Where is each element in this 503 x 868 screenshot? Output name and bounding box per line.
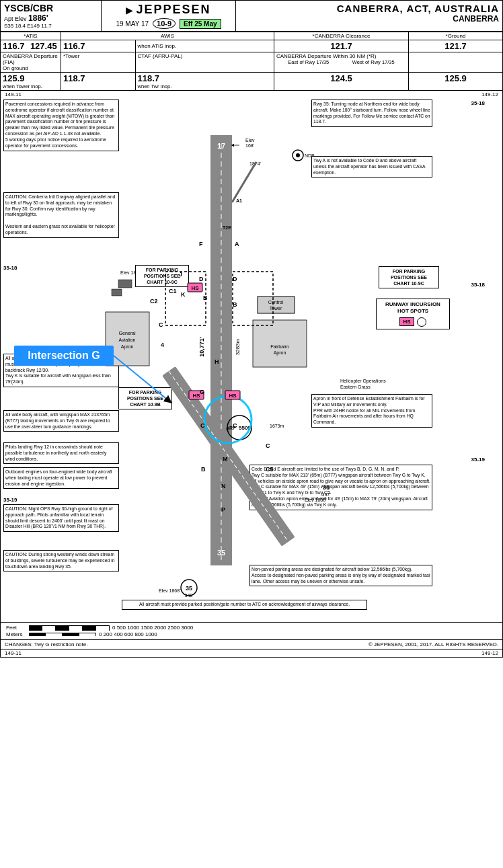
tower-val: 118.7 [63,73,85,83]
chart-num-top-left: 149-11 [5,91,22,97]
feet-values: 0 500 1000 1500 2000 2500 3000 [112,625,193,631]
svg-text:Apron: Apron [274,350,286,356]
airport-diagram: Pavement concessions required in advance… [1,98,503,623]
rwy-length: 10,771' [198,337,205,357]
east-rwy-label: East of Rwy 17/35 [288,59,329,65]
arrow-icon: ▶ [126,5,133,15]
changes-text: CHANGES: Twy G restriction note. [5,641,87,647]
dep-30nm-label: CANBERRA Departure Within 30 NM (*R) [276,53,406,59]
label-35-18-right: 35-18 [471,100,486,106]
chart-num-bottom-right: 149-12 [481,650,498,656]
ctaf-note: when Twr Inop. [138,83,272,89]
svg-rect-59 [118,280,132,288]
west-rwy-label: West of Rwy 17/35 [352,59,395,65]
dep-fia-val: 125.9 [3,73,25,83]
airport-name: CANBERRA [239,14,499,24]
meters-values: 0 200 400 600 800 1000 [99,631,157,637]
awis-val: 116.7 [63,41,85,51]
label-35-19-right: 35-19 [471,457,486,463]
svg-text:Control: Control [268,300,284,305]
svg-text:C: C [233,422,237,429]
svg-text:P: P [221,506,225,513]
chart-number: 10-9 [153,18,176,29]
coords: S35 18.4 E149 11.7 [4,23,98,29]
apt-elev: Apt Elev 1886' [4,13,98,23]
chart-num-top-right: 149-12 [481,91,498,97]
svg-text:HS: HS [229,393,237,399]
svg-text:Fairbairn: Fairbairn [270,344,289,349]
svg-text:30: 30 [323,484,330,491]
clearance-val: 121.7 [330,41,352,51]
jeppesen-logo: JEPPESEN [136,3,210,17]
atis-header: *ATIS [3,33,59,39]
svg-text:C: C [159,321,163,328]
city-name: CANBERRA, ACT, AUSTRALIA [239,3,499,14]
svg-text:F: F [199,241,203,247]
label-35-18-right-2: 35-18 [471,282,486,288]
atis2-val: 127.45 [30,41,57,51]
svg-text:A1: A1 [236,198,242,203]
svg-text:B: B [201,466,206,473]
awis-header: AWIS [63,33,272,39]
page-wrapper: YSCB/CBR Apt Elev 1886' S35 18.4 E149 11… [0,0,503,658]
svg-text:C: C [266,442,270,449]
ground-val: 121.7 [444,41,467,51]
svg-text:C1: C1 [169,288,177,294]
svg-rect-5 [210,135,232,141]
atis1-val: 116.7 [3,41,25,51]
svg-text:HS: HS [191,285,199,291]
svg-rect-9 [258,297,295,313]
svg-rect-60 [112,289,122,296]
helicopter-label: Helicopter Operations [340,379,386,384]
svg-text:B: B [203,294,208,301]
ctaf-header: CTAF (AFRU-PAL) [138,53,272,59]
rwy-length-m: 3283m [235,338,241,355]
svg-text:C: C [200,422,205,429]
svg-rect-6 [210,560,232,565]
feet-label: Feet [6,625,26,631]
chart-num-bottom-left: 149-11 [5,650,22,656]
svg-text:M: M [223,456,228,463]
svg-text:Eastern Grass: Eastern Grass [340,385,371,389]
svg-point-1 [296,153,300,157]
label-35-19-left: 35-19 [3,497,17,503]
awis-note: when ATIS inop. [138,43,177,49]
svg-text:A: A [235,241,239,247]
rwy-35-label: 35 [217,549,225,557]
svg-text:K: K [181,291,186,298]
ground-header: *Ground [411,33,500,39]
svg-text:General: General [119,331,136,336]
svg-text:168': 168' [245,143,254,148]
dep-west-val: 125.9 [444,73,467,83]
meters-label: Meters [6,631,26,637]
label-35-18-left: 35-18 [3,265,17,271]
copyright-text: © JEPPESEN, 2001, 2017. ALL RIGHTS RESER… [369,641,498,647]
svg-text:G: G [200,389,204,395]
rwy-1679m: 1679m [270,424,284,428]
when-tower-inop: when Tower Inop. [3,83,59,89]
ctaf-val: 118.7 [138,73,272,83]
svg-text:Tower: Tower [270,306,282,311]
svg-text:35: 35 [186,585,192,592]
svg-text:B: B [233,301,237,308]
rwy-17-label: 17 [217,142,225,150]
clearance-header: *CANBERRA Clearance [276,33,406,39]
dep-east-val: 124.5 [330,73,352,83]
svg-text:C2: C2 [150,298,158,305]
svg-text:348': 348' [184,593,193,598]
svg-text:T2E: T2E [223,225,231,230]
svg-text:Aviation: Aviation [119,338,136,342]
svg-text:J: J [179,271,182,278]
intersection-g-label: Intersection G [28,350,100,361]
chart-area: Pavement concessions required in advance… [0,98,503,623]
svg-text:4: 4 [161,342,164,348]
svg-text:397': 397' [321,492,330,497]
svg-text:D: D [233,276,237,282]
elev-1886: Elev 1886' [305,498,326,502]
svg-text:C5: C5 [266,466,274,473]
eff-label: Eff 25 May [180,19,221,29]
elev-168: Elev [245,138,255,143]
svg-text:H: H [215,358,219,365]
on-ground-label: On ground [3,65,59,71]
svg-rect-12 [253,320,307,367]
